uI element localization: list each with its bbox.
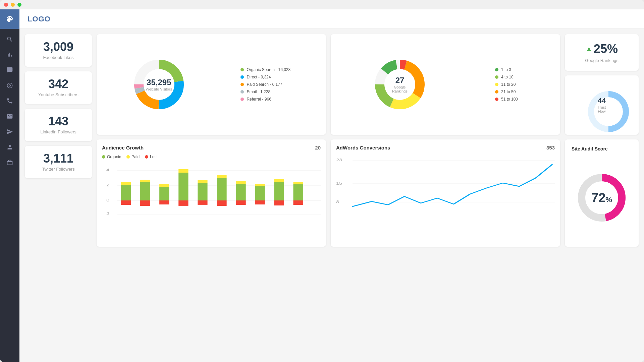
youtube-card: 342 Youtube Subscribers [25, 71, 92, 104]
visitors-label: Website Visitors [146, 87, 172, 91]
svg-rect-39 [217, 200, 226, 206]
trust-flow-value: 44 [594, 97, 609, 105]
sidebar-item-send[interactable] [3, 125, 17, 139]
legend-item-direct: Direct - 9,324 [240, 75, 290, 79]
audit-unit: % [605, 195, 612, 204]
dashboard: 3,009 Facebook Likes 342 Youtube Subscri… [19, 29, 644, 362]
legend-lost: Lost [145, 155, 158, 159]
adwords-chart: 23 15 8 [336, 155, 555, 222]
user-icon [6, 144, 13, 150]
send-icon [6, 128, 13, 135]
audience-legend: Organic Paid Lost [102, 155, 321, 159]
bar-chart-icon [6, 51, 13, 58]
visitors-total: 35,295 [146, 78, 172, 87]
legend-item-paid: Paid Search - 6,177 [240, 82, 290, 87]
close-button[interactable] [4, 3, 8, 7]
svg-rect-25 [140, 182, 150, 200]
arrow-up-icon: ▲ [586, 45, 592, 53]
audience-chart-area: 4 2 0 2 [102, 165, 321, 226]
legend-51to100: 51 to 100 [495, 97, 518, 102]
sidebar-item-mail[interactable] [3, 109, 17, 123]
adwords-count: 353 [546, 145, 555, 150]
facebook-count: 3,009 [43, 41, 73, 53]
rankings-card: 27 Google Rankings 1 to 3 4 to 10 [331, 34, 560, 135]
rankings-donut: 27 Google Rankings [373, 58, 427, 111]
facebook-label: Facebook Likes [43, 55, 73, 60]
trust-donut-center: 44 Trust Flow [594, 97, 609, 113]
svg-rect-36 [198, 200, 207, 205]
site-audit-title: Site Audit Score [572, 146, 608, 152]
svg-rect-34 [198, 183, 207, 200]
sidebar-logo [0, 9, 19, 29]
svg-text:8: 8 [336, 200, 339, 204]
svg-rect-35 [198, 180, 207, 183]
linkedin-label: Linkedin Followers [40, 129, 76, 134]
svg-rect-38 [217, 175, 226, 178]
sidebar [0, 9, 19, 362]
visitors-card: 35,295 Website Visitors Organic Search -… [97, 34, 326, 135]
svg-rect-49 [293, 184, 303, 200]
legend-item-email: Email - 1,228 [240, 89, 290, 94]
legend-paid: Paid [126, 155, 140, 159]
legend-1to3: 1 to 3 [495, 67, 518, 72]
briefcase-icon [6, 159, 13, 166]
twitter-label: Twitter Followers [42, 167, 75, 172]
rankings-total: 27 [386, 76, 413, 85]
trust-flow-label: Trust Flow [594, 105, 609, 113]
svg-text:2: 2 [106, 183, 109, 187]
svg-rect-51 [293, 200, 303, 205]
rankings-legend: 1 to 3 4 to 10 11 to 20 21 to 50 [495, 67, 518, 102]
facebook-card: 3,009 Facebook Likes [25, 34, 92, 67]
svg-rect-23 [121, 182, 131, 185]
youtube-count: 342 [48, 78, 68, 90]
legend-4to10: 4 to 10 [495, 75, 518, 79]
svg-rect-42 [236, 200, 246, 205]
minimize-button[interactable] [11, 3, 15, 7]
svg-rect-28 [159, 187, 169, 200]
svg-text:0: 0 [106, 198, 109, 202]
audience-growth-card: Audience Growth 20 Organic Paid [97, 139, 326, 247]
svg-rect-33 [178, 200, 188, 206]
sidebar-navigation [0, 29, 19, 173]
main-content: LOGO 3,009 Facebook Likes 342 Youtube Su… [19, 9, 644, 362]
sidebar-item-phone[interactable] [3, 94, 17, 108]
target-icon [6, 82, 13, 89]
rankings-donut-center: 27 Google Rankings [386, 76, 413, 93]
audit-value: 72 [591, 191, 605, 205]
twitter-card: 3,111 Twitter Followers [25, 146, 92, 178]
svg-rect-26 [140, 180, 150, 182]
sidebar-item-chat[interactable] [3, 63, 17, 77]
linkedin-card: 143 Linkedin Followers [25, 109, 92, 141]
svg-rect-29 [159, 184, 169, 187]
sidebar-item-analytics[interactable] [3, 48, 17, 62]
maximize-button[interactable] [17, 3, 21, 7]
svg-text:4: 4 [106, 168, 110, 172]
title-bar [0, 0, 644, 9]
sidebar-item-user[interactable] [3, 140, 17, 154]
legend-item-referral: Referral - 966 [240, 97, 290, 102]
sidebar-item-target[interactable] [3, 78, 17, 93]
rankings-label: Google Rankings [386, 85, 413, 93]
svg-text:23: 23 [336, 158, 342, 162]
trust-flow-card: 44 Trust Flow [565, 75, 639, 135]
top-bar: LOGO [19, 9, 644, 29]
search-icon [6, 36, 13, 43]
svg-rect-37 [217, 178, 226, 200]
visitors-donut: 35,295 Website Visitors [132, 58, 186, 111]
svg-rect-50 [293, 182, 303, 184]
site-audit-card: Site Audit Score 72% [565, 139, 639, 247]
lost-dot [145, 155, 148, 159]
legend-21to50: 21 to 50 [495, 89, 518, 94]
youtube-label: Youtube Subscribers [38, 92, 78, 97]
chat-icon [6, 67, 13, 73]
svg-rect-27 [140, 200, 150, 206]
organic-dot [102, 155, 105, 159]
left-column: 3,009 Facebook Likes 342 Youtube Subscri… [25, 34, 92, 247]
right-column: ▲ 25% Google Rankings 44 [565, 34, 639, 135]
sidebar-item-search[interactable] [3, 32, 17, 46]
phone-icon [6, 98, 13, 104]
sidebar-item-briefcase[interactable] [3, 156, 17, 170]
svg-rect-46 [274, 182, 284, 200]
legend-item-organic: Organic Search - 16,028 [240, 67, 290, 72]
adwords-title: AdWords Conversions [336, 145, 390, 150]
